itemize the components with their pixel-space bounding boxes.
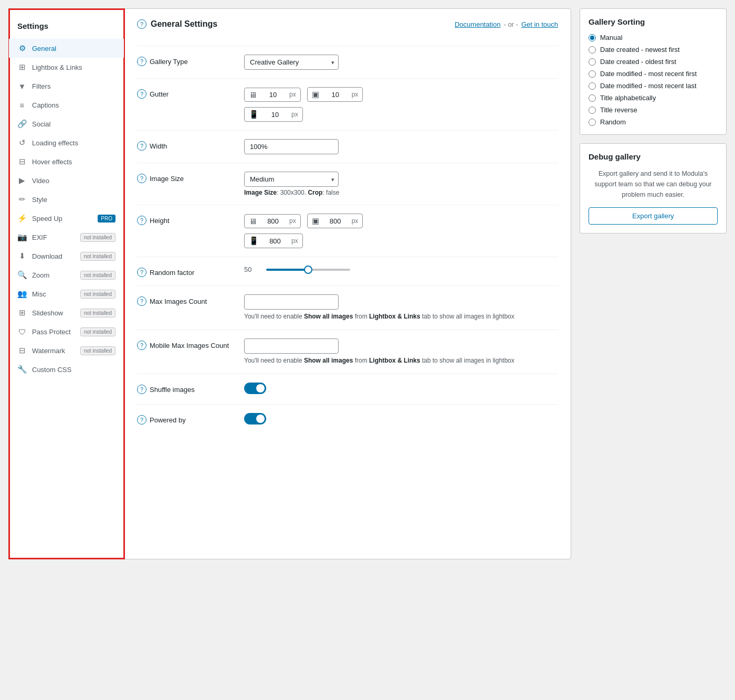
height-mobile-field[interactable] <box>262 237 288 245</box>
toggle-thumb <box>256 415 265 423</box>
sidebar-item-lightbox[interactable]: ⊞ Lightbox & Links <box>9 58 124 77</box>
sidebar-item-label: Zoom <box>32 271 49 279</box>
tablet-icon: ▣ <box>312 216 319 226</box>
sidebar-item-label: Hover effects <box>32 158 72 166</box>
sort-modified-last-radio[interactable] <box>589 82 596 90</box>
sidebar-item-watermark[interactable]: ⊟ Watermark not installed <box>9 341 124 360</box>
width-input[interactable] <box>244 139 339 154</box>
gear-icon: ⚙ <box>17 44 27 53</box>
sidebar-item-zoom[interactable]: 🔍 Zoom not installed <box>9 266 124 284</box>
random-factor-control: 50 <box>244 266 558 273</box>
sort-title-alpha-radio[interactable] <box>589 94 596 102</box>
sidebar-item-loading[interactable]: ↺ Loading effects <box>9 133 124 152</box>
powered-by-row: ? Powered by <box>137 404 558 434</box>
sort-manual-radio[interactable] <box>589 34 596 41</box>
toggle-track <box>244 383 266 394</box>
sidebar-item-slideshow[interactable]: ⊞ Slideshow not installed <box>9 303 124 322</box>
documentation-link[interactable]: Documentation <box>455 20 500 28</box>
sidebar-item-label: Social <box>32 120 50 128</box>
sort-modified-recent[interactable]: Date modified - most recent first <box>589 70 718 78</box>
sidebar-item-download[interactable]: ⬇ Download not installed <box>9 247 124 266</box>
help-icon[interactable]: ? <box>137 268 146 277</box>
help-icon[interactable]: ? <box>137 385 146 394</box>
sort-date-newest[interactable]: Date created - newest first <box>589 46 718 54</box>
gallery-type-select[interactable]: Creative Gallery Masonry Grid Slider <box>244 55 339 70</box>
powered-by-toggle[interactable] <box>244 413 266 425</box>
hover-icon: ⊟ <box>17 157 27 166</box>
sort-title-reverse[interactable]: Title reverse <box>589 106 718 114</box>
sort-modified-last[interactable]: Date modified - most recent last <box>589 82 718 90</box>
not-installed-badge: not installed <box>80 309 116 317</box>
sort-title-reverse-radio[interactable] <box>589 107 596 114</box>
px-unit: px <box>291 237 298 245</box>
toggle-track <box>244 413 266 425</box>
sidebar-item-style[interactable]: ✏ Style <box>9 190 124 209</box>
powered-by-label: ? Powered by <box>137 413 232 425</box>
sort-date-newest-radio[interactable] <box>589 46 596 54</box>
help-icon[interactable]: ? <box>137 296 146 306</box>
sort-manual-label: Manual <box>600 34 623 41</box>
sidebar-item-misc[interactable]: 👥 Misc not installed <box>9 284 124 303</box>
sidebar-item-captions[interactable]: ≡ Captions <box>9 96 124 114</box>
sidebar-item-social[interactable]: 🔗 Social <box>9 114 124 133</box>
sidebar-item-label: Lightbox & Links <box>32 63 82 71</box>
help-icon[interactable]: ? <box>137 341 146 350</box>
sort-random-label: Random <box>600 118 626 126</box>
sidebar-item-speedup[interactable]: ⚡ Speed Up PRO <box>9 209 124 228</box>
gutter-tablet-field[interactable] <box>322 91 349 99</box>
export-gallery-button[interactable]: Export gallery <box>589 207 718 225</box>
sidebar-item-label: Custom CSS <box>32 366 71 374</box>
gutter-label: ? Gutter <box>137 87 232 99</box>
gutter-desktop-field[interactable] <box>260 91 286 99</box>
help-icon[interactable]: ? <box>137 89 146 99</box>
px-unit: px <box>289 217 296 225</box>
shuffle-toggle[interactable] <box>244 383 266 394</box>
sort-date-oldest-radio[interactable] <box>589 58 596 66</box>
help-icon[interactable]: ? <box>137 141 146 151</box>
random-factor-slider[interactable] <box>266 269 350 271</box>
height-tablet-field[interactable] <box>322 217 349 225</box>
sort-title-alpha[interactable]: Title alphabetically <box>589 94 718 102</box>
help-icon[interactable]: ? <box>137 174 146 183</box>
help-icon[interactable]: ? <box>137 57 146 66</box>
gallery-type-row: ? Gallery Type Creative Gallery Masonry … <box>137 46 558 78</box>
sidebar-item-label: Loading effects <box>32 139 78 147</box>
section-help-icon[interactable]: ? <box>137 19 146 29</box>
help-icon[interactable]: ? <box>137 216 146 225</box>
sidebar-item-label: Watermark <box>32 347 65 355</box>
mobile-icon: 📱 <box>249 236 259 246</box>
gutter-mobile-field[interactable] <box>262 111 288 119</box>
toggle-thumb <box>256 384 265 393</box>
exif-icon: 📷 <box>17 232 27 242</box>
image-size-note-bold: Image Size <box>244 189 277 196</box>
mobile-max-images-input[interactable] <box>244 338 339 354</box>
gutter-mobile-row: 📱 px <box>244 107 558 122</box>
height-desktop-field[interactable] <box>260 217 286 225</box>
image-size-select[interactable]: Thumbnail Medium Large Full <box>244 172 339 187</box>
sort-manual[interactable]: Manual <box>589 34 718 41</box>
help-icon[interactable]: ? <box>137 415 146 425</box>
get-in-touch-link[interactable]: Get in touch <box>521 20 558 28</box>
height-mobile-row: 📱 px <box>244 234 558 248</box>
sidebar-item-exif[interactable]: 📷 EXIF not installed <box>9 228 124 247</box>
sidebar-item-passprotect[interactable]: 🛡 Pass Protect not installed <box>9 322 124 341</box>
mobile-max-images-row: ? Mobile Max Images Count You'll need to… <box>137 330 558 374</box>
image-size-row: ? Image Size Thumbnail Medium Large Full… <box>137 163 558 205</box>
sidebar-item-filters[interactable]: ▼ Filters <box>9 77 124 96</box>
max-images-input[interactable] <box>244 294 339 310</box>
sort-random[interactable]: Random <box>589 118 718 126</box>
sidebar-item-general[interactable]: ⚙ General <box>9 39 124 58</box>
sort-random-radio[interactable] <box>589 119 596 126</box>
lightbox-icon: ⊞ <box>17 62 27 72</box>
page-wrapper: Settings ⚙ General ⊞ Lightbox & Links ▼ … <box>0 0 735 568</box>
width-control <box>244 139 558 154</box>
sidebar-item-video[interactable]: ▶ Video <box>9 171 124 190</box>
sidebar-item-label: Misc <box>32 290 46 298</box>
sort-modified-recent-radio[interactable] <box>589 70 596 78</box>
sidebar-item-customcss[interactable]: 🔧 Custom CSS <box>9 360 124 379</box>
sidebar-item-hover[interactable]: ⊟ Hover effects <box>9 152 124 171</box>
sort-date-oldest[interactable]: Date created - oldest first <box>589 58 718 66</box>
shuffle-row: ? Shuffle images <box>137 374 558 404</box>
height-desktop-input: 🖥 px <box>244 214 301 228</box>
mobile-max-images-control: You'll need to enable Show all images fr… <box>244 338 558 365</box>
